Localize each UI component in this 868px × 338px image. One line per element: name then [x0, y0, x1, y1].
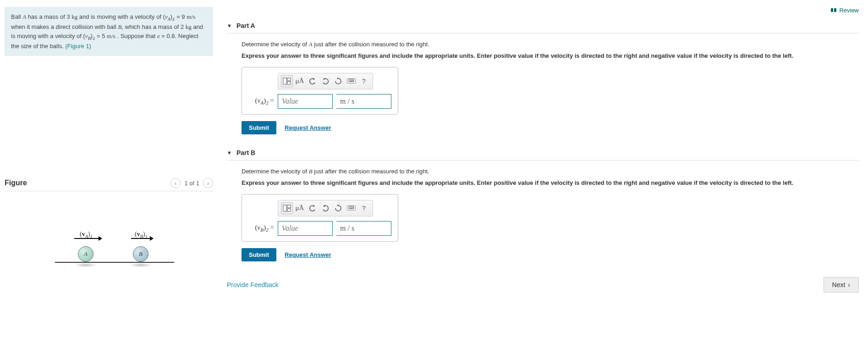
figure-page-indicator: 1 of 1 [184, 180, 199, 187]
review-link[interactable]: Review [831, 7, 859, 14]
caret-down-icon: ▼ [227, 150, 232, 155]
velocity-a-arrow-icon [74, 238, 102, 239]
part-b-question: Determine the velocity of B just after t… [242, 167, 859, 176]
part-a-submit-button[interactable]: Submit [242, 121, 276, 134]
undo-button[interactable] [307, 202, 319, 214]
part-b-units-input[interactable]: m / s [336, 221, 391, 236]
part-a-title: Part A [236, 22, 255, 29]
figure-nav: ‹ 1 of 1 › [170, 178, 213, 188]
figure-prev-button[interactable]: ‹ [170, 178, 181, 188]
part-a-instruction: Express your answer to three significant… [242, 51, 859, 61]
units-symbol-button[interactable]: μÅ [294, 202, 306, 214]
part-b-var-label: (vB)2 = [248, 224, 274, 233]
part-b-instruction: Express your answer to three significant… [242, 178, 859, 188]
template-icon [283, 204, 291, 212]
part-b-answer-box: μÅ ⌨ ? (vB)2 = [242, 194, 398, 242]
redo-icon [322, 205, 329, 212]
undo-button[interactable] [307, 75, 319, 87]
part-a-question: Determine the velocity of A just after t… [242, 40, 859, 49]
reset-button[interactable] [332, 202, 344, 214]
svg-rect-1 [287, 78, 291, 81]
part-b-submit-button[interactable]: Submit [242, 248, 276, 261]
svg-rect-2 [287, 82, 291, 84]
ball-b-icon: B [133, 246, 148, 262]
svg-rect-3 [283, 205, 286, 211]
reset-icon [335, 205, 342, 212]
part-b-title: Part B [236, 149, 255, 156]
figure-link[interactable]: (Figure 1) [66, 43, 91, 50]
reset-button[interactable] [332, 75, 344, 87]
next-button[interactable]: Next › [824, 277, 859, 293]
chevron-right-icon: › [848, 281, 850, 288]
undo-icon [309, 205, 316, 212]
template-icon [283, 77, 291, 85]
part-b-toolbar: μÅ ⌨ ? [278, 200, 373, 216]
keyboard-button[interactable]: ⌨ [345, 75, 357, 87]
part-a-var-label: (vA)2 = [248, 97, 274, 105]
problem-text: Ball A has a mass of 3 kg and is moving … [11, 13, 203, 50]
part-b-header[interactable]: ▼ Part B [227, 145, 859, 161]
redo-button[interactable] [319, 202, 331, 214]
part-a-header[interactable]: ▼ Part A [227, 18, 859, 33]
part-b-value-input[interactable] [278, 221, 333, 236]
ball-a-shadow [74, 263, 97, 267]
redo-icon [322, 78, 329, 85]
part-a-answer-box: μÅ ⌨ ? (vA)2 = [242, 67, 398, 115]
part-a-request-answer-link[interactable]: Request Answer [285, 124, 331, 131]
ground-line [55, 262, 174, 263]
svg-rect-5 [287, 209, 291, 211]
part-a-value-input[interactable] [278, 94, 333, 109]
keyboard-button[interactable]: ⌨ [345, 202, 357, 214]
keyboard-icon: ⌨ [347, 78, 356, 83]
template-button[interactable] [281, 75, 293, 87]
units-symbol-button[interactable]: μÅ [294, 75, 306, 87]
svg-rect-4 [287, 205, 291, 208]
part-b-request-answer-link[interactable]: Request Answer [285, 251, 331, 258]
ball-a-icon: A [78, 246, 93, 262]
reset-icon [335, 78, 342, 85]
part-a-units-input[interactable]: m / s [336, 94, 391, 109]
problem-statement: Ball A has a mass of 3 kg and is moving … [5, 7, 213, 56]
keyboard-icon: ⌨ [347, 205, 356, 211]
figure-canvas: (vA)1 (vB)1 A B [5, 210, 213, 278]
provide-feedback-link[interactable]: Provide Feedback [227, 281, 279, 288]
ball-b-shadow [129, 263, 152, 267]
part-a-toolbar: μÅ ⌨ ? [278, 73, 373, 89]
help-button[interactable]: ? [358, 202, 370, 214]
figure-next-button[interactable]: › [203, 178, 213, 188]
figure-title: Figure [5, 179, 27, 187]
undo-icon [309, 78, 316, 85]
caret-down-icon: ▼ [227, 23, 232, 28]
svg-rect-0 [283, 78, 286, 84]
template-button[interactable] [281, 202, 293, 214]
help-button[interactable]: ? [358, 75, 370, 87]
velocity-b-arrow-icon [131, 238, 153, 239]
review-icon [831, 8, 836, 12]
redo-button[interactable] [319, 75, 331, 87]
